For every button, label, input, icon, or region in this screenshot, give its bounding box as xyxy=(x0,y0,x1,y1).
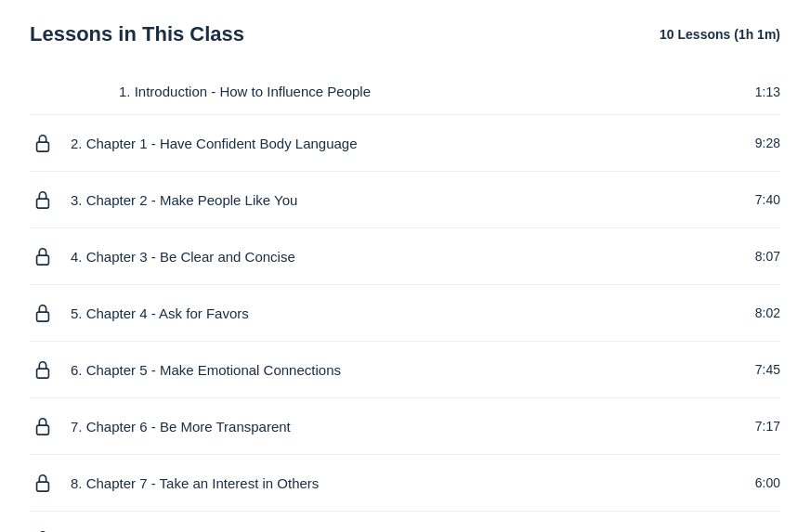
lessons-panel: Lessons in This Class 10 Lessons (1h 1m)… xyxy=(0,0,810,532)
lessons-meta: 10 Lessons (1h 1m) xyxy=(660,27,780,42)
svg-rect-5 xyxy=(37,425,49,435)
lesson-duration: 8:07 xyxy=(755,249,780,264)
lock-icon xyxy=(30,526,56,532)
lesson-title: 4. Chapter 3 - Be Clear and Concise xyxy=(71,249,740,265)
lesson-title: 2. Chapter 1 - Have Confident Body Langu… xyxy=(71,136,740,151)
svg-rect-1 xyxy=(37,199,49,208)
lesson-title: 1. Introduction - How to Influence Peopl… xyxy=(119,84,740,99)
svg-rect-3 xyxy=(37,312,49,321)
page-title: Lessons in This Class xyxy=(30,22,244,46)
list-item[interactable]: 9. Chapter 8 - Summary of Steps4:22 xyxy=(30,512,780,532)
list-item[interactable]: 3. Chapter 2 - Make People Like You7:40 xyxy=(30,172,780,228)
list-item[interactable]: 1. Introduction - How to Influence Peopl… xyxy=(30,69,780,115)
lock-icon xyxy=(30,470,56,496)
list-item[interactable]: 5. Chapter 4 - Ask for Favors8:02 xyxy=(30,285,780,342)
list-item[interactable]: 4. Chapter 3 - Be Clear and Concise8:07 xyxy=(30,228,780,285)
lesson-title: 6. Chapter 5 - Make Emotional Connection… xyxy=(71,362,740,378)
lesson-title: 3. Chapter 2 - Make People Like You xyxy=(71,192,740,208)
lesson-duration: 8:02 xyxy=(755,305,780,320)
lock-icon xyxy=(30,413,56,439)
lesson-duration: 7:17 xyxy=(755,419,780,434)
lesson-duration: 1:13 xyxy=(755,84,780,99)
lesson-duration: 9:28 xyxy=(755,136,780,150)
svg-rect-6 xyxy=(37,482,49,491)
lesson-list: 1. Introduction - How to Influence Peopl… xyxy=(30,69,780,532)
svg-rect-2 xyxy=(37,255,49,265)
lesson-duration: 7:40 xyxy=(755,192,780,207)
lock-icon xyxy=(30,357,56,383)
lock-icon xyxy=(30,130,56,156)
lesson-title: 8. Chapter 7 - Take an Interest in Other… xyxy=(71,475,740,491)
lock-icon xyxy=(30,243,56,269)
lock-icon xyxy=(30,300,56,326)
lesson-duration: 6:00 xyxy=(755,475,780,490)
lock-icon xyxy=(30,187,56,213)
list-item[interactable]: 6. Chapter 5 - Make Emotional Connection… xyxy=(30,342,780,398)
lessons-header: Lessons in This Class 10 Lessons (1h 1m) xyxy=(30,22,780,46)
svg-rect-4 xyxy=(37,369,49,378)
lesson-title: 7. Chapter 6 - Be More Transparent xyxy=(71,419,740,435)
svg-rect-0 xyxy=(37,142,49,151)
lesson-duration: 7:45 xyxy=(755,362,780,377)
list-item[interactable]: 2. Chapter 1 - Have Confident Body Langu… xyxy=(30,115,780,172)
list-item[interactable]: 8. Chapter 7 - Take an Interest in Other… xyxy=(30,455,780,512)
list-item[interactable]: 7. Chapter 6 - Be More Transparent7:17 xyxy=(30,398,780,455)
lesson-title: 5. Chapter 4 - Ask for Favors xyxy=(71,305,740,321)
